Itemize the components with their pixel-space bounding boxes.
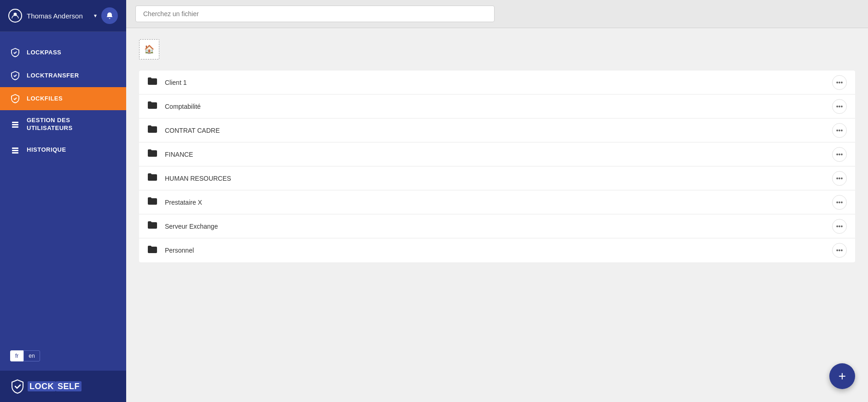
home-icon: 🏠 — [144, 44, 154, 54]
lockfiles-label: LOCKFILES — [27, 95, 63, 103]
folder-name: Serveur Exchange — [165, 223, 832, 230]
add-icon: + — [839, 369, 846, 384]
svg-rect-5 — [12, 150, 18, 151]
logo-self: SELF — [56, 381, 82, 391]
folder-icon — [147, 77, 157, 88]
user-dropdown-chevron[interactable]: ▾ — [94, 12, 97, 19]
folder-name: HUMAN RESOURCES — [165, 175, 832, 182]
historique-icon — [10, 145, 20, 155]
folder-name: Client 1 — [165, 79, 832, 86]
svg-rect-1 — [12, 122, 18, 123]
lockpass-icon — [10, 47, 20, 58]
svg-rect-6 — [12, 152, 18, 154]
breadcrumb: 🏠 — [139, 39, 855, 59]
notification-bell-button[interactable] — [101, 7, 118, 24]
main-content: 🏠 Client 1 ••• Comptabi — [126, 0, 868, 402]
folder-name: CONTRAT CADRE — [165, 127, 832, 134]
logo-text: LOCKSELF — [28, 382, 82, 391]
sidebar-item-lockfiles[interactable]: LOCKFILES — [0, 87, 126, 110]
table-row[interactable]: CONTRAT CADRE ••• — [139, 118, 855, 142]
sidebar-footer: LOCKSELF — [0, 371, 126, 402]
lockpass-label: LOCKPASS — [27, 49, 61, 57]
folder-list: Client 1 ••• Comptabilité ••• CO — [139, 71, 855, 262]
folder-icon — [147, 100, 157, 112]
lockfiles-icon — [10, 94, 20, 104]
user-name: Thomas Anderson — [27, 12, 89, 20]
locktransfer-label: LOCKTRANSFER — [27, 72, 79, 80]
sidebar-item-historique[interactable]: HISTORIQUE — [0, 139, 126, 162]
lang-en-button[interactable]: en — [23, 350, 40, 361]
table-row[interactable]: Serveur Exchange ••• — [139, 214, 855, 238]
sidebar-nav: LOCKPASS LOCKTRANSFER LOCKFILES — [0, 32, 126, 346]
lang-fr-button[interactable]: fr — [10, 350, 23, 361]
search-input[interactable] — [135, 6, 495, 22]
more-options-button[interactable]: ••• — [832, 123, 847, 138]
table-row[interactable]: HUMAN RESOURCES ••• — [139, 166, 855, 190]
svg-rect-2 — [12, 124, 18, 125]
language-switcher: fr en — [0, 346, 126, 371]
folder-icon — [147, 245, 157, 256]
svg-rect-3 — [12, 126, 18, 128]
folder-name: Personnel — [165, 247, 832, 254]
user-avatar-icon — [8, 9, 22, 23]
sidebar-header: Thomas Anderson ▾ — [0, 0, 126, 32]
locktransfer-icon — [10, 71, 20, 81]
more-options-button[interactable]: ••• — [832, 99, 847, 114]
sidebar-item-lockpass[interactable]: LOCKPASS — [0, 41, 126, 64]
more-options-button[interactable]: ••• — [832, 171, 847, 186]
folder-name: Prestataire X — [165, 199, 832, 206]
top-bar — [126, 0, 868, 28]
gestion-label: GESTION DES UTILISATEURS — [27, 117, 116, 132]
table-row[interactable]: Prestataire X ••• — [139, 190, 855, 214]
table-row[interactable]: Comptabilité ••• — [139, 95, 855, 118]
sidebar-item-gestion[interactable]: GESTION DES UTILISATEURS — [0, 110, 126, 139]
folder-name: FINANCE — [165, 151, 832, 158]
more-options-button[interactable]: ••• — [832, 243, 847, 258]
folder-icon — [147, 148, 157, 160]
table-row[interactable]: FINANCE ••• — [139, 142, 855, 166]
more-options-button[interactable]: ••• — [832, 195, 847, 210]
lockself-logo: LOCKSELF — [10, 379, 82, 394]
sidebar-item-locktransfer[interactable]: LOCKTRANSFER — [0, 64, 126, 87]
gestion-icon — [10, 119, 20, 130]
historique-label: HISTORIQUE — [27, 146, 66, 154]
content-area: 🏠 Client 1 ••• Comptabi — [126, 28, 868, 402]
folder-icon — [147, 196, 157, 208]
folder-icon — [147, 172, 157, 184]
folder-name: Comptabilité — [165, 103, 832, 110]
logo-lock: LOCK — [28, 381, 56, 391]
folder-icon — [147, 220, 157, 232]
more-options-button[interactable]: ••• — [832, 219, 847, 234]
folder-icon — [147, 124, 157, 136]
more-options-button[interactable]: ••• — [832, 147, 847, 162]
table-row[interactable]: Client 1 ••• — [139, 71, 855, 95]
sidebar: Thomas Anderson ▾ LOCKPASS — [0, 0, 126, 402]
svg-rect-4 — [12, 148, 18, 149]
more-options-button[interactable]: ••• — [832, 75, 847, 90]
add-fab-button[interactable]: + — [829, 363, 855, 389]
home-breadcrumb-button[interactable]: 🏠 — [139, 39, 159, 59]
table-row[interactable]: Personnel ••• — [139, 238, 855, 262]
